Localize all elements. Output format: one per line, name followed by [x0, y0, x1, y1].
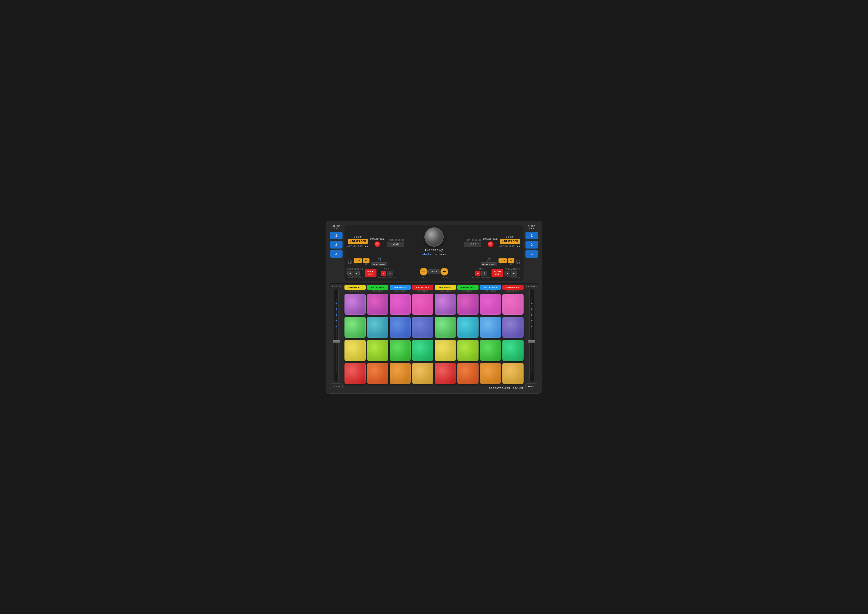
- right-pad-mode-2-btn[interactable]: PAD MODE 2: [457, 285, 478, 290]
- left-key-label: KEY: [384, 268, 390, 270]
- pad-l2-3[interactable]: [390, 316, 411, 338]
- deck3-int-btn[interactable]: INT: [420, 268, 427, 276]
- left-active-loop: ACTIVE LOOP ▶▶: [347, 245, 368, 247]
- pad-r2-2[interactable]: [457, 316, 478, 338]
- pad-mode-group-r1: PAD MODE 1 PAD MODE 5: [435, 285, 456, 292]
- rekordbox-label: rekordbox: [422, 253, 433, 256]
- slide-fx1-btn-2[interactable]: 2: [330, 241, 343, 248]
- pad-r3-2[interactable]: [457, 340, 478, 361]
- pad-l3-2[interactable]: [367, 340, 388, 361]
- left-loop-col: LOOP 4 BEAT LOOP ACTIVE LOOP ▶▶: [347, 236, 368, 247]
- right-pad-mode-4-btn[interactable]: PAD MODE 4: [502, 285, 523, 290]
- right-key-minus-btn[interactable]: −: [475, 271, 480, 276]
- controls-row3: PARAMETER 1 ◄ ► ◄ PARAMETER 2 ► SILENTCU…: [347, 268, 521, 278]
- jog-center: Pioneer Dj rekordbox ⊕ serato: [422, 227, 446, 256]
- pad-r2-1[interactable]: [435, 316, 456, 338]
- pad-r2-3[interactable]: [480, 316, 501, 338]
- left-quantize-btn[interactable]: [374, 241, 380, 247]
- pad-r1-1[interactable]: [435, 294, 456, 315]
- fx-level-right-fader[interactable]: [529, 289, 534, 382]
- pad-mode-group-l2: PAD MODE 2 PAD MODE 6: [367, 285, 388, 292]
- right-param-right-btn[interactable]: ►: [511, 271, 517, 276]
- brand-separator: ⊕: [435, 253, 437, 256]
- left-key-plus-btn[interactable]: +: [387, 271, 393, 276]
- left-silent-cue-btn[interactable]: SILENTCUE: [365, 269, 376, 277]
- pad-mode-group-r4: PAD MODE 4 PAD MODE 8: [502, 285, 523, 292]
- right-pad-mode-8-label: PAD MODE 8: [502, 290, 523, 292]
- right-headphone-icon[interactable]: 🎧: [516, 259, 521, 264]
- pad-r3-4[interactable]: [502, 340, 523, 361]
- left-beat-sync-btn[interactable]: BEAT SYNC: [371, 262, 388, 266]
- hold-right-btn[interactable]: HOLD: [525, 383, 538, 389]
- left-pad-mode-8-label: PAD MODE 8: [412, 290, 433, 292]
- right-loop-btn[interactable]: 4 BEAT LOOP: [500, 239, 520, 244]
- right-load-btn[interactable]: LOAD: [464, 242, 481, 247]
- left-pad-mode-6-label: PAD MODE 6: [367, 290, 388, 292]
- pad-l1-1[interactable]: [345, 294, 366, 315]
- right-beat-sync-btn[interactable]: BEAT SYNC: [481, 262, 497, 266]
- slide-fx2-btn-1[interactable]: 1: [525, 232, 538, 239]
- right-pad-mode-3-btn[interactable]: PAD MODE 3: [480, 285, 501, 290]
- pad-l4-2[interactable]: [367, 363, 388, 384]
- pad-l1-2[interactable]: [367, 294, 388, 315]
- pad-r1-2[interactable]: [457, 294, 478, 315]
- left-2x-btn[interactable]: 2X: [363, 258, 370, 263]
- pad-l4-4[interactable]: [412, 363, 433, 384]
- pad-l4-1[interactable]: [345, 363, 366, 384]
- left-headphone-icon[interactable]: 🎧: [347, 259, 352, 264]
- fx-level-left-fader[interactable]: [334, 289, 339, 382]
- hold-left-btn[interactable]: HOLD: [330, 383, 343, 389]
- right-param-left-btn[interactable]: ◄: [505, 271, 510, 276]
- fader-left-handle[interactable]: [333, 340, 340, 343]
- left-load-btn[interactable]: LOAD: [387, 242, 404, 247]
- right-2x-btn[interactable]: 2X: [508, 258, 514, 263]
- pad-r4-1[interactable]: [435, 363, 456, 384]
- right-key-plus-btn[interactable]: +: [481, 271, 487, 276]
- right-half-x-btn[interactable]: 1/2X: [498, 258, 507, 263]
- left-half-x-btn[interactable]: 1/2X: [354, 258, 362, 263]
- pad-r4-3[interactable]: [480, 363, 501, 384]
- right-silent-cue-btn[interactable]: SILENTCUE: [492, 269, 503, 277]
- pad-l2-1[interactable]: [345, 316, 366, 338]
- slide-fx2-btn-2[interactable]: 2: [525, 241, 538, 248]
- left-param-left-btn[interactable]: ◄: [347, 271, 353, 276]
- left-key-minus-btn[interactable]: −: [381, 271, 386, 276]
- left-pad-mode-3-btn[interactable]: PAD MODE 3: [390, 285, 411, 290]
- pad-l2-2[interactable]: [367, 316, 388, 338]
- right-top-inner: LOOP 4 BEAT LOOP ACTIVE LOOP ▶▶: [448, 236, 521, 247]
- right-quantize-btn[interactable]: [488, 241, 494, 247]
- pad-r4-4[interactable]: [502, 363, 523, 384]
- slide-fx1-btn-3[interactable]: 3: [330, 250, 343, 258]
- left-pad-mode-1-btn[interactable]: PAD MODE 1: [345, 285, 366, 290]
- deck4-int-btn[interactable]: INT: [441, 268, 448, 276]
- pad-l1-4[interactable]: [412, 294, 433, 315]
- pad-l4-3[interactable]: [390, 363, 411, 384]
- pad-r1-3[interactable]: [480, 294, 501, 315]
- pad-l3-1[interactable]: [345, 340, 366, 361]
- slide-fx2-btn-3[interactable]: 3: [525, 250, 538, 258]
- jog-wheel[interactable]: [424, 227, 444, 247]
- left-pad-mode-2-btn[interactable]: PAD MODE 2: [367, 285, 388, 290]
- left-loop-btn[interactable]: 4 BEAT LOOP: [348, 239, 368, 244]
- right-key-pm-row: − +: [475, 271, 487, 276]
- right-pad-mode-1-btn[interactable]: PAD MODE 1: [435, 285, 456, 290]
- pad-l3-3[interactable]: [390, 340, 411, 361]
- pad-l3-4[interactable]: [412, 340, 433, 361]
- fader-right-handle[interactable]: [528, 340, 535, 343]
- pad-r3-3[interactable]: [480, 340, 501, 361]
- fader-left-dots: [335, 303, 337, 327]
- pad-l1-3[interactable]: [390, 294, 411, 315]
- slide-fx-left: SLIDE FX1 1 2 3: [330, 225, 343, 281]
- right-key-group: KEY − + KEY SYNC KEY RESET: [472, 268, 490, 278]
- brand-sub: rekordbox ⊕ serato: [422, 253, 446, 256]
- left-param-right-btn[interactable]: ►: [354, 271, 360, 276]
- pad-r1-4[interactable]: [502, 294, 523, 315]
- left-pad-mode-4-btn[interactable]: PAD MODE 4: [412, 285, 433, 290]
- pad-r4-2[interactable]: [457, 363, 478, 384]
- fx-level-left-label: FX LEVEL: [331, 285, 342, 287]
- slide-fx1-btn-1[interactable]: 1: [330, 232, 343, 239]
- pad-r3-1[interactable]: [435, 340, 456, 361]
- pad-l2-4[interactable]: [412, 316, 433, 338]
- pad-r2-4[interactable]: [502, 316, 523, 338]
- shift-btn[interactable]: SHIFT: [429, 269, 439, 274]
